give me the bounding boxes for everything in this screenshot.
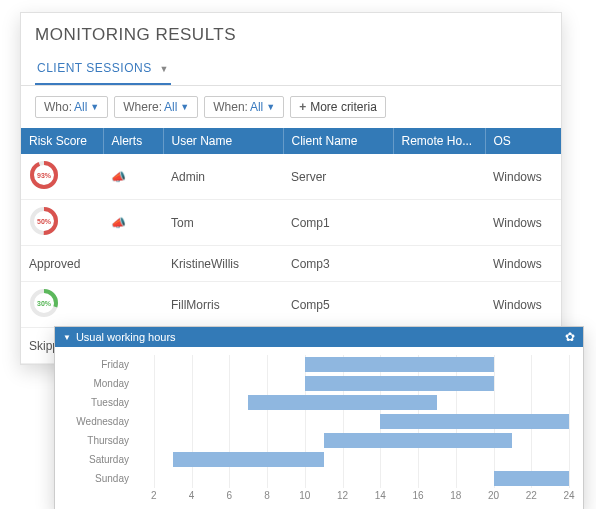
filter-more-criteria[interactable]: + More criteria bbox=[290, 96, 386, 118]
table-row[interactable]: 93%📣AdminServerWindows bbox=[21, 154, 561, 200]
filter-label: When: bbox=[213, 100, 248, 114]
megaphone-icon: 📣 bbox=[111, 170, 126, 184]
cell-os: Windows bbox=[485, 282, 561, 328]
chart-bar bbox=[324, 433, 513, 448]
cell-risk: 30% bbox=[21, 282, 103, 328]
axis-tick: 10 bbox=[299, 490, 310, 501]
chart-row: Saturday bbox=[61, 450, 569, 469]
cell-alert: 📣 bbox=[103, 200, 163, 246]
chart-row: Thursday bbox=[61, 431, 569, 450]
cell-risk: 50% bbox=[21, 200, 103, 246]
cell-user: Tom bbox=[163, 200, 283, 246]
chart-row: Friday bbox=[61, 355, 569, 374]
cell-alert bbox=[103, 282, 163, 328]
chart-bar bbox=[173, 452, 324, 467]
chart-row: Wednesday bbox=[61, 412, 569, 431]
table-row[interactable]: 50%📣TomComp1Windows bbox=[21, 200, 561, 246]
filter-when[interactable]: When: All ▼ bbox=[204, 96, 284, 118]
cell-client: Comp3 bbox=[283, 246, 393, 282]
chart-category-label: Sunday bbox=[61, 469, 135, 488]
cell-client: Server bbox=[283, 154, 393, 200]
page-title: MONITORING RESULTS bbox=[35, 25, 547, 45]
filter-who[interactable]: Who: All ▼ bbox=[35, 96, 108, 118]
cell-user: FillMorris bbox=[163, 282, 283, 328]
cell-os: Windows bbox=[485, 246, 561, 282]
col-user-name[interactable]: User Name bbox=[163, 128, 283, 154]
chart-category-label: Thursday bbox=[61, 431, 135, 450]
chart-category-label: Saturday bbox=[61, 450, 135, 469]
table-header-row: Risk Score Alerts User Name Client Name … bbox=[21, 128, 561, 154]
chart-bar bbox=[380, 414, 569, 429]
cell-remote bbox=[393, 282, 485, 328]
axis-tick: 24 bbox=[563, 490, 574, 501]
tab-client-sessions[interactable]: CLIENT SESSIONS ▼ bbox=[35, 55, 171, 85]
axis-tick: 6 bbox=[227, 490, 233, 501]
chevron-down-icon: ▼ bbox=[266, 102, 275, 112]
filter-label: Who: bbox=[44, 100, 72, 114]
chart-bar bbox=[305, 376, 494, 391]
filter-label: More criteria bbox=[310, 100, 377, 114]
axis-tick: 18 bbox=[450, 490, 461, 501]
cell-risk: 93% bbox=[21, 154, 103, 200]
cell-client: Comp1 bbox=[283, 200, 393, 246]
filter-value: All bbox=[250, 100, 263, 114]
working-hours-chart: FridayMondayTuesdayWednesdayThursdaySatu… bbox=[55, 347, 583, 509]
working-hours-panel: ▼ Usual working hours ✿ FridayMondayTues… bbox=[54, 326, 584, 509]
risk-gauge: 30% bbox=[29, 288, 59, 318]
cell-user: Admin bbox=[163, 154, 283, 200]
chart-row: Sunday bbox=[61, 469, 569, 488]
cell-os: Windows bbox=[485, 154, 561, 200]
filter-bar: Who: All ▼ Where: All ▼ When: All ▼ + Mo… bbox=[21, 86, 561, 128]
table-row[interactable]: 30%FillMorrisComp5Windows bbox=[21, 282, 561, 328]
risk-gauge: 50% bbox=[29, 206, 59, 236]
chart-category-label: Monday bbox=[61, 374, 135, 393]
axis-tick: 20 bbox=[488, 490, 499, 501]
axis-tick: 22 bbox=[526, 490, 537, 501]
chart-row: Tuesday bbox=[61, 393, 569, 412]
chart-bar bbox=[494, 471, 569, 486]
axis-tick: 12 bbox=[337, 490, 348, 501]
cell-alert: 📣 bbox=[103, 154, 163, 200]
chevron-down-icon: ▼ bbox=[90, 102, 99, 112]
chart-bar bbox=[248, 395, 437, 410]
chevron-down-icon: ▼ bbox=[160, 64, 169, 74]
panel-header: MONITORING RESULTS bbox=[21, 13, 561, 49]
plus-icon: + bbox=[299, 100, 306, 114]
col-os[interactable]: OS bbox=[485, 128, 561, 154]
axis-tick: 14 bbox=[375, 490, 386, 501]
col-remote-host[interactable]: Remote Ho... bbox=[393, 128, 485, 154]
cell-alert bbox=[103, 246, 163, 282]
filter-value: All bbox=[74, 100, 87, 114]
chevron-down-icon: ▼ bbox=[180, 102, 189, 112]
chart-category-label: Wednesday bbox=[61, 412, 135, 431]
cell-remote bbox=[393, 154, 485, 200]
chart-row: Monday bbox=[61, 374, 569, 393]
col-alerts[interactable]: Alerts bbox=[103, 128, 163, 154]
cell-remote bbox=[393, 246, 485, 282]
cell-risk: Approved bbox=[21, 246, 103, 282]
cell-remote bbox=[393, 200, 485, 246]
chart-bar bbox=[305, 357, 494, 372]
gear-icon[interactable]: ✿ bbox=[565, 330, 575, 344]
cell-client: Comp5 bbox=[283, 282, 393, 328]
col-client-name[interactable]: Client Name bbox=[283, 128, 393, 154]
risk-gauge: 93% bbox=[29, 160, 59, 190]
panel2-header: ▼ Usual working hours ✿ bbox=[55, 327, 583, 347]
chevron-down-icon[interactable]: ▼ bbox=[63, 333, 71, 342]
megaphone-icon: 📣 bbox=[111, 216, 126, 230]
tab-label: CLIENT SESSIONS bbox=[37, 61, 152, 75]
filter-label: Where: bbox=[123, 100, 162, 114]
filter-value: All bbox=[164, 100, 177, 114]
panel2-title: Usual working hours bbox=[76, 331, 176, 343]
tab-bar: CLIENT SESSIONS ▼ bbox=[21, 49, 561, 86]
col-risk-score[interactable]: Risk Score bbox=[21, 128, 103, 154]
cell-user: KristineWillis bbox=[163, 246, 283, 282]
chart-category-label: Friday bbox=[61, 355, 135, 374]
axis-tick: 2 bbox=[151, 490, 157, 501]
monitoring-results-panel: MONITORING RESULTS CLIENT SESSIONS ▼ Who… bbox=[20, 12, 562, 365]
filter-where[interactable]: Where: All ▼ bbox=[114, 96, 198, 118]
axis-tick: 16 bbox=[412, 490, 423, 501]
axis-tick: 8 bbox=[264, 490, 270, 501]
axis-tick: 4 bbox=[189, 490, 195, 501]
table-row[interactable]: ApprovedKristineWillisComp3Windows bbox=[21, 246, 561, 282]
